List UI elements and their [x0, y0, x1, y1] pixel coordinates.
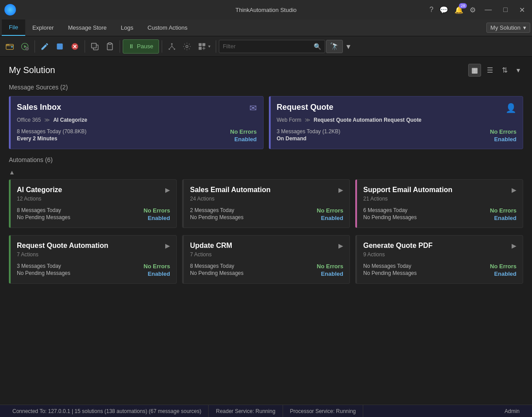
source-card-subtitle-1: Office 365 ≫ AI Categorize [17, 117, 257, 123]
status-processor: Processor Service: Running [283, 405, 364, 417]
auto-stat-pending-4: No Pending Messages [17, 270, 70, 276]
auto-stat-left-1: 8 Messages Today No Pending Messages [17, 207, 70, 221]
paste-button[interactable] [103, 39, 117, 54]
svg-rect-18 [198, 46, 202, 50]
help-icon[interactable]: ? [429, 6, 433, 14]
toolbar-separator-5 [216, 40, 216, 53]
auto-stat-right-5: No Errors Enabled [317, 263, 343, 277]
gear-icon [183, 42, 191, 51]
chat-icon[interactable]: 💬 [439, 6, 448, 14]
auto-stat-pending-6: No Pending Messages [363, 270, 417, 276]
auto-card-support-email[interactable]: Support Email Automation ▶ 21 Actions 6 … [355, 179, 523, 228]
solution-selector[interactable]: My Solution ▾ [486, 23, 530, 33]
auto-card-ai-categorize[interactable]: AI Categorize ▶ 12 Actions 8 Messages To… [9, 179, 177, 228]
settings-toolbar-button[interactable] [180, 39, 194, 54]
auto-card-title-6: Generate Quote PDF [363, 242, 432, 250]
title-bar: ThinkAutomation Studio ? 💬 🔔 28 ⚙ — □ ✕ [0, 0, 532, 19]
source-card-title-1: Sales Inbox [17, 103, 61, 112]
auto-stat-errors-4: No Errors [144, 263, 170, 270]
stat-errors-1: No Errors [230, 128, 257, 135]
auto-stat-messages-2: 2 Messages Today [190, 207, 244, 213]
open-button[interactable] [3, 39, 17, 54]
export-icon [198, 42, 206, 51]
stat-left-2: 3 Messages Today (1.2KB) On Demand [277, 128, 341, 143]
sort-button[interactable]: ⇅ [499, 64, 511, 77]
network-button[interactable] [165, 39, 179, 54]
message-sources-header: Message Sources (2) [9, 84, 523, 91]
run-settings-icon [20, 42, 29, 51]
app-title: ThinkAutomation Studio [235, 7, 296, 13]
auto-card-actions-5: 7 Actions [190, 251, 343, 258]
pause-button[interactable]: ⏸ Pause [123, 39, 159, 54]
auto-stat-messages-5: 8 Messages Today [190, 263, 244, 269]
chevron-right-3: ▶ [512, 186, 516, 193]
source-card-header-1: Sales Inbox ✉ [17, 103, 257, 113]
grid-view-button[interactable]: ▦ [468, 64, 481, 77]
export-button[interactable]: ▾ [195, 39, 213, 54]
stop-button[interactable] [53, 39, 67, 54]
stat-right-2: No Errors Enabled [490, 128, 516, 143]
menu-bar: File Explorer Message Store Logs Custom … [0, 19, 532, 36]
toolbar-separator-1 [35, 40, 35, 53]
auto-card-header-2: Sales Email Automation ▶ [190, 186, 343, 194]
close-button[interactable]: ✕ [516, 5, 528, 15]
toolbar-separator-2 [85, 40, 85, 53]
auto-stat-enabled-5: Enabled [321, 270, 343, 277]
settings-icon[interactable]: ⚙ [470, 6, 476, 14]
source-card-request-quote[interactable]: Request Quote 👤 Web Form ≫ Request Quote… [269, 96, 524, 149]
auto-card-generate-pdf[interactable]: Generate Quote PDF ▶ 9 Actions No Messag… [355, 235, 523, 284]
binoculars-button[interactable]: 🔭 [326, 40, 343, 53]
menu-tab-messagestore[interactable]: Message Store [61, 19, 113, 36]
auto-stat-errors-1: No Errors [144, 207, 170, 214]
svg-point-12 [171, 43, 172, 44]
auto-card-header-1: AI Categorize ▶ [17, 186, 170, 194]
toolbar-separator-4 [162, 40, 162, 53]
copy-icon [90, 42, 99, 51]
menu-tab-explorer[interactable]: Explorer [25, 19, 61, 36]
copy-button[interactable] [88, 39, 102, 54]
source-card-sales-inbox[interactable]: Sales Inbox ✉ Office 365 ≫ AI Categorize… [9, 96, 264, 149]
auto-stat-left-3: 6 Messages Today No Pending Messages [363, 207, 417, 221]
auto-stat-enabled-3: Enabled [494, 215, 516, 221]
main-content: My Solution ▦ ☰ ⇅ ▾ Message Sources (2) … [0, 57, 532, 405]
toolbar: ⏸ Pause ▾ 🔍 🔭 [0, 36, 532, 57]
maximize-button[interactable]: □ [501, 5, 510, 15]
auto-stat-errors-3: No Errors [490, 207, 516, 214]
solution-title: My Solution [9, 65, 55, 75]
auto-card-request-quote-auto[interactable]: Request Quote Automation ▶ 7 Actions 3 M… [9, 235, 177, 284]
stop-icon [55, 42, 64, 51]
notification-wrapper: 🔔 28 [454, 6, 463, 14]
auto-card-stats-5: 8 Messages Today No Pending Messages No … [190, 263, 343, 277]
expand-button[interactable]: ▾ [344, 41, 353, 52]
scroll-indicator[interactable]: ▲ [9, 169, 523, 176]
stat-errors-2: No Errors [490, 128, 516, 135]
auto-card-header-6: Generate Quote PDF ▶ [363, 242, 516, 250]
sort-options-button[interactable]: ▾ [513, 64, 523, 77]
auto-stat-pending-3: No Pending Messages [363, 214, 417, 220]
auto-stat-messages-3: 6 Messages Today [363, 207, 417, 213]
run-settings-button[interactable] [18, 39, 32, 54]
auto-card-sales-email[interactable]: Sales Email Automation ▶ 24 Actions 2 Me… [182, 179, 350, 228]
edit-button[interactable] [38, 39, 52, 54]
edit-icon [40, 42, 49, 51]
auto-stat-right-1: No Errors Enabled [144, 207, 170, 221]
menu-tab-customactions[interactable]: Custom Actions [140, 19, 194, 36]
list-view-button[interactable]: ☰ [484, 64, 496, 77]
filter-input[interactable] [223, 43, 311, 50]
auto-card-title-1: AI Categorize [17, 186, 62, 194]
automations-grid-row2: Request Quote Automation ▶ 7 Actions 3 M… [9, 235, 523, 284]
menu-tab-file[interactable]: File [2, 19, 25, 36]
svg-rect-16 [198, 43, 202, 46]
auto-stat-errors-5: No Errors [317, 263, 343, 270]
minimize-button[interactable]: — [482, 5, 494, 15]
auto-stat-messages-1: 8 Messages Today [17, 207, 70, 213]
auto-card-update-crm[interactable]: Update CRM ▶ 7 Actions 8 Messages Today … [182, 235, 350, 284]
auto-card-title-2: Sales Email Automation [190, 186, 271, 194]
source-card-header-2: Request Quote 👤 [277, 103, 517, 113]
automations-header: Automations (6) [9, 156, 523, 163]
search-icon: 🔍 [314, 43, 321, 50]
svg-rect-6 [57, 43, 62, 49]
menu-tab-logs[interactable]: Logs [114, 19, 140, 36]
delete-button[interactable] [68, 39, 82, 54]
solution-title-row: My Solution ▦ ☰ ⇅ ▾ [9, 64, 523, 77]
